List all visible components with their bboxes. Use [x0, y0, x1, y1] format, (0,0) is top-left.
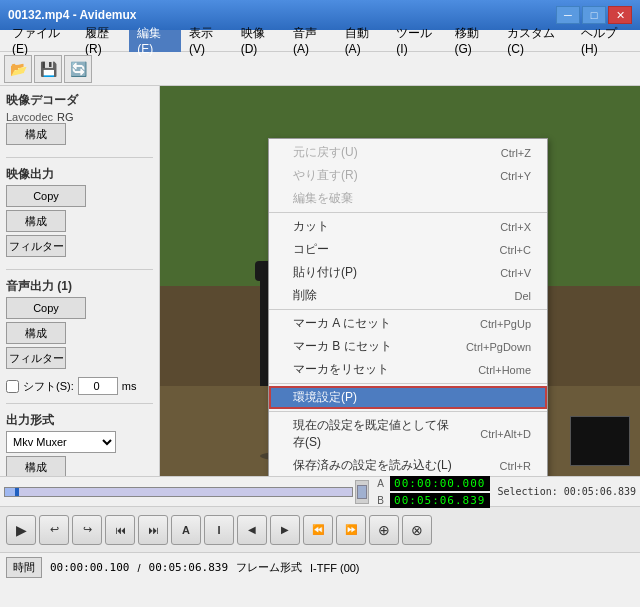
menu-preferences[interactable]: 環境設定(P) — [269, 386, 547, 409]
menu-marker-b[interactable]: マーカ B にセット Ctrl+PgDown — [269, 335, 547, 358]
shift-unit: ms — [122, 380, 137, 392]
current-time: 00:00:00.100 — [50, 561, 129, 574]
menu-marker-a[interactable]: マーカ A にセット Ctrl+PgUp — [269, 312, 547, 335]
menu-delete[interactable]: 削除 Del — [269, 284, 547, 307]
a-label: A — [377, 478, 384, 489]
prev-key-button[interactable]: ⏮ — [105, 515, 135, 545]
selection-time: 00:05:06.839 — [564, 486, 636, 497]
forward-button[interactable]: ↪ — [72, 515, 102, 545]
next-frame-button[interactable]: ▶ — [270, 515, 300, 545]
window-title: 00132.mp4 - Avidemux — [8, 8, 137, 22]
codec-value: RG — [57, 111, 74, 123]
audio-filter-button[interactable]: フィルター — [6, 347, 66, 369]
separator2 — [269, 309, 547, 310]
timeline-scroll[interactable] — [355, 480, 369, 504]
menu-history[interactable]: 履歴(R) — [77, 30, 129, 52]
menu-load-saved[interactable]: 保存済みの設定を読み込む(L) Ctrl+R — [269, 454, 547, 476]
video-thumbnail — [570, 416, 630, 466]
codec-row: Lavcodec RG — [6, 111, 153, 123]
menu-view[interactable]: 表示(V) — [181, 30, 233, 52]
toolbar: 📂 💾 🔄 — [0, 52, 640, 86]
menu-discard[interactable]: 編集を破棄 — [269, 187, 547, 210]
menu-file[interactable]: ファイル(E) — [4, 30, 77, 52]
codec-label: Lavcodec — [6, 111, 53, 123]
total-time: 00:05:06.839 — [149, 561, 228, 574]
video-output-config-button[interactable]: 構成 — [6, 210, 66, 232]
menu-help[interactable]: ヘルプ(H) — [573, 30, 636, 52]
play-button[interactable]: ▶ — [6, 515, 36, 545]
menu-save-defaults[interactable]: 現在の設定を既定値として保存(S) Ctrl+Alt+D — [269, 414, 547, 454]
shift-label: シフト(S): — [23, 379, 74, 394]
shift-input[interactable] — [78, 377, 118, 395]
menu-edit[interactable]: 編集(E) — [129, 30, 181, 52]
audio-output-section: 音声出力 (1) Copy 構成 フィルター — [6, 278, 153, 369]
selection-label: Selection: — [498, 486, 558, 497]
divider2 — [6, 269, 153, 270]
next-sec-button[interactable]: ⏩ — [336, 515, 366, 545]
video-decoder-section: 映像デコーダ Lavcodec RG 構成 — [6, 92, 153, 145]
video-copy-button[interactable]: Copy — [6, 185, 86, 207]
video-output-title: 映像出力 — [6, 166, 153, 183]
menu-undo[interactable]: 元に戻す(U) Ctrl+Z — [269, 141, 547, 164]
selection-display: Selection: 00:05:06.839 — [498, 486, 637, 497]
audio-config-button[interactable]: 構成 — [6, 322, 66, 344]
shift-checkbox[interactable] — [6, 380, 19, 393]
menu-copy[interactable]: コピー Ctrl+C — [269, 238, 547, 261]
save-button[interactable]: 💾 — [34, 55, 62, 83]
extra-btn-1[interactable]: ⊕ — [369, 515, 399, 545]
menu-audio[interactable]: 音声(A) — [285, 30, 337, 52]
menu-cut[interactable]: カット Ctrl+X — [269, 215, 547, 238]
video-output-section: 映像出力 Copy 構成 フィルター — [6, 166, 153, 257]
menu-paste[interactable]: 貼り付け(P) Ctrl+V — [269, 261, 547, 284]
time-mode-button[interactable]: 時間 — [6, 557, 42, 578]
b-label: B — [377, 495, 384, 506]
ab-time-display: A 00:00:00.000 B 00:05:06.839 — [377, 476, 489, 508]
b-time-row: B 00:05:06.839 — [377, 493, 489, 508]
a-marker-button[interactable]: A — [171, 515, 201, 545]
frame-type-label: フレーム形式 — [236, 560, 302, 575]
menu-marker-reset[interactable]: マーカをリセット Ctrl+Home — [269, 358, 547, 381]
menu-bar: ファイル(E) 履歴(R) 編集(E) 表示(V) 映像(D) 音声(A) 自動… — [0, 30, 640, 52]
menu-tools[interactable]: ツール(I) — [388, 30, 446, 52]
output-config-button[interactable]: 構成 — [6, 456, 66, 478]
a-time-row: A 00:00:00.000 — [377, 476, 489, 491]
refresh-button[interactable]: 🔄 — [64, 55, 92, 83]
prev-sec-button[interactable]: ⏪ — [303, 515, 333, 545]
audio-copy-button[interactable]: Copy — [6, 297, 86, 319]
extra-btn-2[interactable]: ⊗ — [402, 515, 432, 545]
separator1 — [269, 212, 547, 213]
format-select[interactable]: Mkv Muxer — [6, 431, 116, 453]
edit-menu-dropdown: 元に戻す(U) Ctrl+Z やり直す(R) Ctrl+Y 編集を破棄 カット … — [268, 138, 548, 476]
open-button[interactable]: 📂 — [4, 55, 32, 83]
menu-custom[interactable]: カスタム(C) — [499, 30, 573, 52]
output-format-title: 出力形式 — [6, 412, 153, 429]
menu-video[interactable]: 映像(D) — [233, 30, 285, 52]
menu-auto[interactable]: 自動(A) — [337, 30, 389, 52]
timeline-thumb — [15, 488, 19, 496]
next-key-button[interactable]: ⏭ — [138, 515, 168, 545]
maximize-button[interactable]: □ — [582, 6, 606, 24]
time-separator: / — [137, 562, 140, 574]
menu-redo[interactable]: やり直す(R) Ctrl+Y — [269, 164, 547, 187]
menu-move[interactable]: 移動(G) — [447, 30, 500, 52]
frame-type: I-TFF (00) — [310, 562, 360, 574]
left-panel: 映像デコーダ Lavcodec RG 構成 映像出力 Copy 構成 フィルター… — [0, 86, 160, 476]
video-decoder-config-button[interactable]: 構成 — [6, 123, 66, 145]
a-time-value: 00:00:00.000 — [390, 476, 489, 491]
i-frame-button[interactable]: I — [204, 515, 234, 545]
minimize-button[interactable]: ─ — [556, 6, 580, 24]
rewind-button[interactable]: ↩ — [39, 515, 69, 545]
transport-bar: ▶ ↩ ↪ ⏮ ⏭ A I ◀ ▶ ⏪ ⏩ ⊕ ⊗ — [0, 506, 640, 552]
window-controls: ─ □ ✕ — [556, 6, 632, 24]
timeline-track[interactable] — [4, 487, 353, 497]
video-decoder-title: 映像デコーダ — [6, 92, 153, 109]
video-filter-button[interactable]: フィルター — [6, 235, 66, 257]
output-format-section: 出力形式 Mkv Muxer 構成 — [6, 412, 153, 478]
close-button[interactable]: ✕ — [608, 6, 632, 24]
b-time-value: 00:05:06.839 — [390, 493, 489, 508]
prev-frame-button[interactable]: ◀ — [237, 515, 267, 545]
divider1 — [6, 157, 153, 158]
separator4 — [269, 411, 547, 412]
video-area: 元に戻す(U) Ctrl+Z やり直す(R) Ctrl+Y 編集を破棄 カット … — [160, 86, 640, 476]
scroll-thumb — [357, 485, 367, 499]
